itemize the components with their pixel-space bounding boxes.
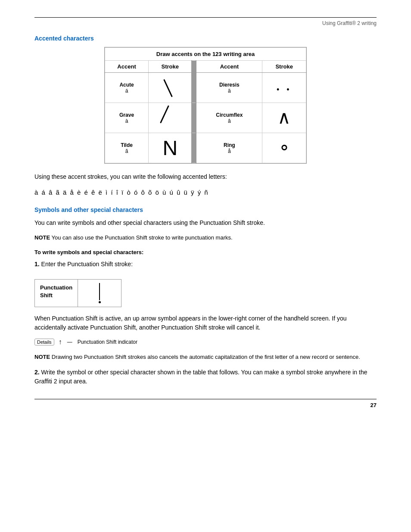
step2-num: 2.	[34, 369, 40, 376]
step2: 2. Write the symbol or other special cha…	[34, 368, 377, 386]
section-symbols: Symbols and other special characters You…	[34, 206, 377, 386]
accent-char-circumflex: â	[200, 118, 258, 124]
stroke-cell-circumflex: ∧	[262, 103, 306, 133]
note2-text: Drawing two Punctuation Shift strokes al…	[52, 354, 360, 360]
accent-name-grave: Grave	[109, 112, 145, 118]
symbols-para1: You can write symbols and other special …	[34, 218, 377, 227]
col-divider-row2	[192, 103, 196, 133]
accent-name-tilde: Tilde	[109, 142, 145, 148]
accent-char-tilde: ã	[109, 148, 145, 154]
when-active-para: When Punctuation Shift is active, an up …	[34, 314, 377, 332]
col-header-stroke1: Stroke	[149, 61, 192, 73]
col-header-accent2: Accent	[196, 61, 262, 73]
accented-letters: à á â ã ä å è é ê ë ì í î ï ò ó ô õ ö ù …	[34, 187, 377, 198]
accent-name-ring: Ring	[200, 142, 258, 148]
accent-char-dieresis: ä	[200, 88, 258, 94]
header-label: Using Graffiti® 2 writing	[322, 20, 377, 26]
accent-cell-grave: Grave à	[105, 103, 149, 133]
table-col-header-row: Accent Stroke Accent Stroke	[105, 61, 306, 73]
header-rule	[34, 17, 377, 18]
col-divider-row1	[192, 73, 196, 103]
step2-text: Write the symbol or other special charac…	[34, 369, 367, 385]
indicator-dash: —	[67, 339, 72, 345]
stroke-cell-grave	[149, 103, 192, 133]
stroke-cell-acute	[149, 73, 192, 103]
section-accented-characters: Accented characters Draw accents on the …	[34, 35, 377, 198]
stroke-dieresis-icon: • •	[277, 85, 292, 94]
table-row: Acute á Dieresis ä • •	[105, 73, 306, 103]
accent-name-circumflex: Circumflex	[200, 112, 258, 118]
accent-char-grave: à	[109, 118, 145, 124]
accent-para: Using these accent strokes, you can writ…	[34, 172, 377, 181]
page-number: 27	[371, 402, 377, 408]
col-header-accent1: Accent	[105, 61, 149, 73]
step1: 1. Enter the Punctuation Shift stroke:	[34, 260, 377, 269]
col-divider-row3	[192, 133, 196, 163]
page: Using Graffiti® 2 writing Accented chara…	[0, 0, 411, 532]
accent-cell-dieresis: Dieresis ä	[196, 73, 262, 103]
accent-cell-acute: Acute á	[105, 73, 149, 103]
section-title-symbols: Symbols and other special characters	[34, 206, 377, 213]
stroke-circumflex-icon: ∧	[277, 107, 291, 128]
stroke-cell-tilde: N	[149, 133, 192, 163]
table-main-header-row: Draw accents on the 123 writing area	[105, 48, 306, 61]
table-row: Tilde ã N Ring å ⚬	[105, 133, 306, 163]
stroke-tilde-icon: N	[162, 137, 177, 159]
accent-cell-tilde: Tilde ã	[105, 133, 149, 163]
stroke-cell-ring: ⚬	[262, 133, 306, 163]
stroke-grave-icon	[164, 106, 177, 127]
footer: 27	[34, 399, 377, 408]
table-row: Grave à Circumflex â ∧	[105, 103, 306, 133]
to-write-label: To write symbols and special characters:	[34, 249, 377, 255]
accent-cell-ring: Ring å	[196, 133, 262, 163]
stroke-line	[99, 283, 101, 303]
punctuation-shift-label: PunctuationShift	[35, 280, 78, 307]
accent-char-ring: å	[200, 148, 258, 154]
stroke-dot	[99, 301, 101, 303]
indicator-label-text: Punctuation Shift indicator	[78, 339, 137, 345]
col-header-stroke2: Stroke	[262, 61, 306, 73]
stroke-vertical	[99, 283, 100, 300]
stroke-cell-dieresis: • •	[262, 73, 306, 103]
note2-bold-label: NOTE	[34, 354, 50, 360]
section-title-accented: Accented characters	[34, 35, 377, 42]
punctuation-shift-stroke	[78, 280, 121, 307]
note2: NOTE Drawing two Punctuation Shift strok…	[34, 353, 377, 361]
punctuation-shift-box: PunctuationShift	[34, 279, 121, 307]
header-text: Using Graffiti® 2 writing	[34, 20, 377, 26]
note1-text: You can also use the Punctuation Shift s…	[52, 234, 233, 241]
accent-name-dieresis: Dieresis	[200, 82, 258, 88]
details-button: Details	[34, 339, 54, 345]
note1: NOTE You can also use the Punctuation Sh…	[34, 233, 377, 242]
accent-cell-circumflex: Circumflex â	[196, 103, 262, 133]
indicator-line: Details ↑ — Punctuation Shift indicator	[34, 338, 377, 346]
stroke-acute-icon	[164, 75, 177, 97]
indicator-arrow-icon: ↑	[59, 338, 62, 346]
accent-char-acute: á	[109, 88, 145, 94]
table-main-header: Draw accents on the 123 writing area	[105, 48, 306, 61]
accent-name-acute: Acute	[109, 82, 145, 88]
step1-text: Enter the Punctuation Shift stroke:	[41, 261, 133, 268]
note1-bold-label: NOTE	[34, 234, 50, 241]
step1-num: 1.	[34, 261, 40, 268]
stroke-ring-icon: ⚬	[277, 139, 291, 157]
col-divider	[192, 61, 196, 73]
accent-table-wrapper: Draw accents on the 123 writing area Acc…	[104, 47, 307, 164]
accent-table: Draw accents on the 123 writing area Acc…	[105, 47, 306, 163]
